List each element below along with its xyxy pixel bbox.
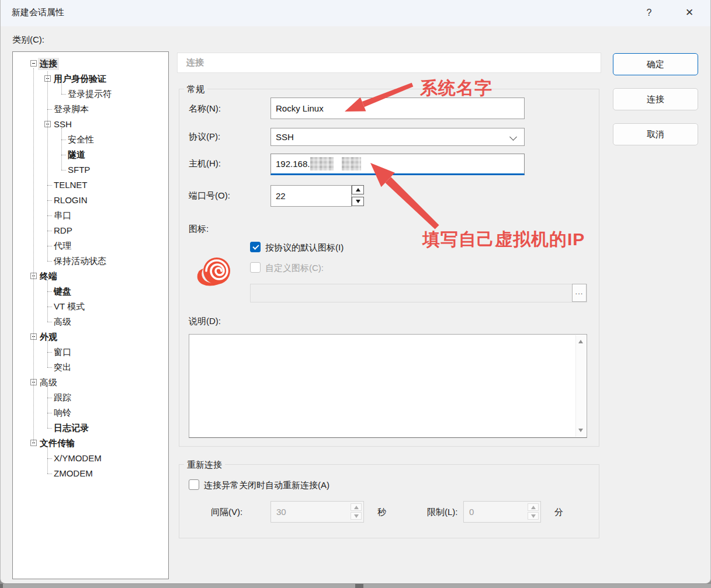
tree-item-RDP[interactable]: RDP	[13, 223, 168, 238]
tree-item-label[interactable]: 安全性	[66, 134, 96, 146]
tree-item-保持活动状态[interactable]: 保持活动状态	[13, 253, 168, 269]
auto-reconnect-checkbox[interactable]	[189, 479, 199, 490]
tree-item-label[interactable]: 跟踪	[52, 392, 73, 404]
tree-item-label[interactable]: SSH	[52, 119, 74, 130]
tree-item-label[interactable]: 突出	[52, 361, 73, 374]
tree-item-label[interactable]: 窗口	[52, 346, 73, 359]
protocol-select[interactable]: SSH	[270, 128, 525, 146]
tree-item-label[interactable]: RLOGIN	[52, 194, 89, 206]
name-input[interactable]: Rocky Linux	[270, 98, 525, 119]
description-label: 说明(D):	[189, 316, 221, 327]
tree-item-label[interactable]: ZMODEM	[52, 468, 95, 479]
tree-item-文件传输[interactable]: 文件传输	[13, 436, 168, 451]
host-input[interactable]: 192.168.	[270, 154, 525, 175]
tree-item-终端[interactable]: 终端	[13, 269, 168, 284]
tree-item-响铃[interactable]: 响铃	[13, 405, 168, 420]
port-increment-button[interactable]	[352, 185, 364, 194]
arrow-up-icon	[354, 506, 359, 509]
tree-item-键盘[interactable]: 键盘	[13, 284, 168, 299]
limit-unit: 分	[554, 507, 563, 518]
tree-item-label[interactable]: 隧道	[66, 149, 87, 161]
tree-item-label[interactable]: X/YMODEM	[52, 453, 103, 464]
category-label: 类别(C):	[12, 34, 44, 46]
tree-connector	[47, 474, 52, 474]
tree-connector	[47, 386, 48, 428]
tree-item-登录脚本[interactable]: 登录脚本	[13, 102, 168, 117]
tree-item-连接[interactable]: 连接	[13, 56, 168, 71]
tree-item-窗口[interactable]: 窗口	[13, 345, 168, 360]
tree-item-VT 模式[interactable]: VT 模式	[13, 299, 168, 314]
auto-reconnect-checkbox-label[interactable]: 连接异常关闭时自动重新连接(A)	[204, 480, 330, 491]
host-value: 192.168.	[276, 159, 310, 169]
tree-connector	[47, 215, 52, 216]
tree-item-用户身份验证[interactable]: 用户身份验证	[13, 71, 168, 86]
background-edge-mark	[0, 584, 3, 588]
ok-button[interactable]: 确定	[613, 53, 698, 75]
connect-button[interactable]: 连接	[613, 88, 698, 110]
host-label: 主机(H):	[189, 158, 221, 169]
tree-item-高级[interactable]: 高级	[13, 314, 168, 329]
tree-item-label[interactable]: 文件传输	[38, 437, 77, 450]
cancel-button[interactable]: 取消	[613, 123, 698, 145]
category-tree[interactable]: 连接用户身份验证登录提示符登录脚本SSH安全性隧道SFTPTELNETRLOGI…	[12, 51, 169, 579]
port-decrement-button[interactable]	[352, 197, 364, 206]
description-scrollbar[interactable]	[575, 335, 586, 437]
tree-item-SSH[interactable]: SSH	[13, 117, 168, 132]
tree-item-日志记录[interactable]: 日志记录	[13, 420, 168, 436]
tree-item-label[interactable]: 日志记录	[52, 422, 91, 434]
default-icon-checkbox[interactable]	[250, 242, 261, 252]
tree-connector	[47, 367, 52, 368]
help-button[interactable]: ?	[640, 5, 658, 21]
tree-item-label[interactable]: 保持活动状态	[52, 255, 108, 267]
tree-item-RLOGIN[interactable]: RLOGIN	[13, 193, 168, 208]
tree-item-label[interactable]: VT 模式	[52, 301, 86, 313]
limit-decrement-button	[528, 512, 539, 520]
title-bar: 新建会话属性 ? ✕	[1, 0, 710, 26]
tree-item-label[interactable]: 键盘	[52, 286, 73, 298]
tree-item-label[interactable]: SFTP	[66, 164, 92, 175]
tree-item-X/YMODEM[interactable]: X/YMODEM	[13, 451, 168, 466]
tree-item-SFTP[interactable]: SFTP	[13, 162, 168, 178]
tree-connector	[47, 307, 52, 307]
browse-icon-button[interactable]: ...	[572, 284, 587, 302]
tree-item-ZMODEM[interactable]: ZMODEM	[13, 466, 168, 481]
tree-item-label[interactable]: 登录脚本	[52, 103, 91, 116]
tree-connector	[47, 261, 52, 262]
tree-item-代理[interactable]: 代理	[13, 238, 168, 253]
interval-unit: 秒	[377, 507, 386, 518]
tree-item-label[interactable]: 串口	[52, 210, 73, 222]
close-button[interactable]: ✕	[681, 5, 698, 21]
tree-item-label[interactable]: 连接	[38, 58, 59, 70]
tree-item-label[interactable]: 高级	[52, 316, 73, 328]
port-input[interactable]: 22	[270, 185, 352, 207]
tree-item-安全性[interactable]: 安全性	[13, 132, 168, 147]
tree-item-label[interactable]: 用户身份验证	[52, 73, 108, 85]
tree-item-登录提示符[interactable]: 登录提示符	[13, 86, 168, 102]
tree-item-label[interactable]: 登录提示符	[66, 88, 113, 100]
tree-item-label[interactable]: 高级	[38, 377, 59, 389]
tree-item-label[interactable]: 代理	[52, 240, 73, 252]
description-textarea[interactable]	[189, 334, 587, 438]
tree-item-跟踪[interactable]: 跟踪	[13, 390, 168, 405]
arrow-up-icon	[356, 188, 360, 192]
name-label: 名称(N):	[189, 103, 221, 114]
default-icon-checkbox-label[interactable]: 按协议的默认图标(I)	[265, 242, 344, 253]
tree-expander-collapse-icon[interactable]	[30, 60, 37, 67]
tree-item-高级[interactable]: 高级	[13, 375, 168, 390]
tree-item-label[interactable]: TELNET	[52, 179, 89, 190]
arrow-down-icon	[531, 514, 536, 518]
tree-item-突出[interactable]: 突出	[13, 360, 168, 375]
tree-item-外观[interactable]: 外观	[13, 329, 168, 345]
tree-item-label[interactable]: 响铃	[52, 407, 73, 419]
dialog-title: 新建会话属性	[12, 7, 64, 18]
tree-item-TELNET[interactable]: TELNET	[13, 178, 168, 193]
tree-item-label[interactable]: 终端	[38, 270, 59, 283]
tree-item-隧道[interactable]: 隧道	[13, 147, 168, 162]
scroll-up-icon	[578, 340, 583, 343]
tree-connector	[47, 246, 52, 246]
tree-item-串口[interactable]: 串口	[13, 208, 168, 223]
tree-item-label[interactable]: 外观	[38, 331, 59, 343]
custom-icon-checkbox[interactable]	[250, 262, 261, 273]
tree-item-label[interactable]: RDP	[52, 225, 74, 236]
session-properties-dialog: 新建会话属性 ? ✕ 类别(C): 连接用户身份验证登录提示符登录脚本SSH安全…	[0, 0, 711, 584]
